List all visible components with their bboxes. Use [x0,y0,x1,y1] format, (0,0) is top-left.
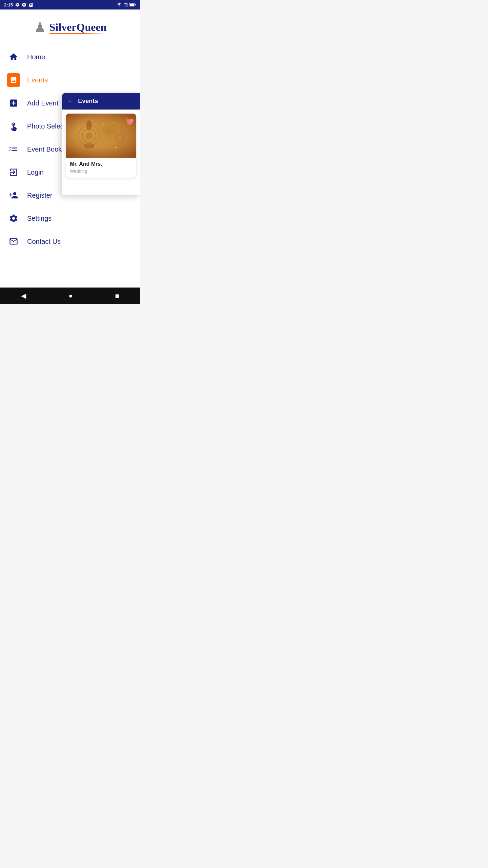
events-panel-header: ← Events [62,93,140,110]
photo-selection-icon [7,119,20,133]
svg-rect-6 [136,4,137,5]
chess-icon: ♟ [34,20,46,35]
svg-point-13 [84,143,94,149]
status-time: 2:15 [4,2,13,7]
status-left: 2:15 [4,2,33,7]
brand-name: Silver Queen [49,21,107,34]
nav-back-button[interactable]: ◀ [21,292,26,300]
nav-recent-button[interactable]: ■ [115,292,119,300]
svg-point-17 [108,124,118,134]
svg-point-10 [82,129,96,142]
signal-icon [123,2,128,7]
event-card[interactable]: Mr. And Mrs. Wedding [66,114,136,178]
event-booking-icon [7,142,20,156]
settings-icon [15,2,20,7]
back-button[interactable]: ← [67,98,73,105]
settings-menu-icon [7,212,20,225]
contact-us-label: Contact Us [27,238,61,245]
events-panel-title: Events [78,98,98,105]
svg-point-22 [102,123,104,125]
sidebar-item-settings[interactable]: Settings [0,207,84,230]
sidebar-item-contact-us[interactable]: Contact Us [0,230,84,253]
svg-rect-1 [125,4,125,6]
events-panel-bottom [62,182,140,195]
login-label: Login [27,169,44,176]
logo-area: ♟ Silver Queen [0,9,140,42]
status-right [117,2,136,7]
brand-silver: Silver [49,21,77,34]
svg-point-21 [131,119,134,122]
sidebar-item-home[interactable]: Home [0,45,84,68]
svg-point-15 [84,143,94,149]
wifi-icon [117,2,122,7]
svg-rect-3 [127,3,127,7]
sim-icon [28,2,33,7]
sidebar-item-events[interactable]: Events [0,68,84,92]
svg-rect-0 [124,5,124,7]
contact-us-icon [7,235,20,248]
login-icon [7,165,20,179]
main-content: ♟ Silver Queen Home [0,9,140,288]
svg-point-25 [95,147,97,148]
events-icon [7,73,20,87]
accessibility-icon [22,2,26,7]
add-event-icon [7,96,20,110]
svg-point-12 [86,120,92,131]
add-event-label: Add Event [27,99,58,107]
svg-point-19 [127,119,133,125]
brand-queen: Queen [77,21,107,34]
wedding-image-svg [66,114,136,158]
status-bar: 2:15 [0,0,140,9]
svg-point-14 [86,120,92,131]
event-name: Mr. And Mrs. [70,161,132,167]
svg-rect-7 [66,114,136,158]
svg-point-9 [79,125,99,146]
events-label: Events [27,76,48,84]
home-label: Home [27,53,45,61]
events-panel: ← Events [62,93,140,195]
battery-icon [129,3,136,7]
svg-rect-2 [126,4,126,7]
svg-point-16 [107,123,119,135]
svg-point-23 [105,130,107,131]
content-area: Home Events Add Event P [0,42,140,256]
event-info: Mr. And Mrs. Wedding [66,158,136,178]
svg-point-24 [116,147,117,149]
event-image [66,114,136,158]
home-icon [7,50,20,64]
bottom-nav: ◀ ● ■ [0,288,140,304]
svg-rect-5 [130,4,134,6]
svg-point-18 [116,135,124,143]
settings-label: Settings [27,215,52,222]
svg-rect-8 [66,114,136,158]
event-type: Wedding [70,169,132,174]
nav-home-button[interactable]: ● [68,292,73,300]
svg-point-11 [86,132,93,139]
register-label: Register [27,192,52,199]
svg-point-20 [126,118,129,121]
register-icon [7,189,20,202]
